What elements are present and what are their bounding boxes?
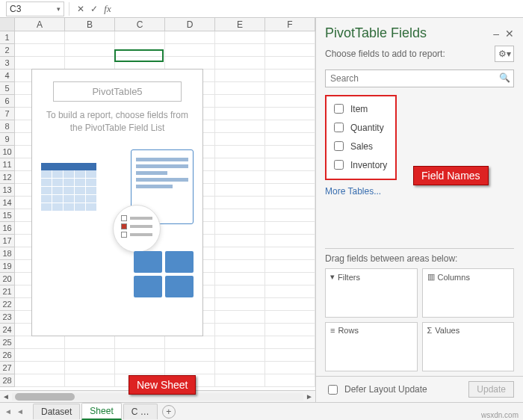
cell[interactable] (265, 298, 315, 311)
row-header[interactable]: 14 (0, 197, 15, 209)
cell[interactable] (65, 336, 115, 349)
cell[interactable] (265, 108, 315, 120)
cell[interactable] (215, 209, 265, 222)
row-header[interactable]: 17 (0, 235, 15, 247)
cell[interactable] (265, 247, 315, 260)
cell[interactable] (65, 57, 115, 70)
row-header[interactable]: 16 (0, 222, 15, 235)
row-header[interactable]: 1 (0, 31, 15, 44)
cell[interactable] (165, 362, 215, 374)
cell[interactable] (265, 362, 315, 374)
defer-layout-checkbox[interactable]: Defer Layout Update (325, 383, 427, 397)
cell[interactable] (65, 44, 115, 57)
name-box[interactable]: C3 ▾ (6, 1, 64, 16)
cell[interactable] (265, 311, 315, 324)
row-header[interactable]: 10 (0, 146, 15, 158)
row-header[interactable]: 20 (0, 273, 15, 285)
cell[interactable] (65, 374, 115, 387)
confirm-formula-button[interactable]: ✓ (87, 2, 101, 16)
row-header[interactable]: 15 (0, 209, 15, 222)
values-area[interactable]: ΣValues (422, 322, 515, 371)
cell[interactable] (215, 120, 265, 133)
row-header[interactable]: 24 (0, 324, 15, 336)
rows-area[interactable]: ≡Rows (325, 322, 418, 371)
cell[interactable] (215, 336, 265, 349)
filters-area[interactable]: ▾Filters (325, 268, 418, 318)
cell[interactable] (115, 362, 165, 374)
panel-minimize-icon[interactable]: – (493, 28, 499, 40)
row-header[interactable]: 28 (0, 374, 15, 387)
cell[interactable] (215, 222, 265, 235)
cell[interactable] (215, 374, 265, 387)
cell[interactable] (265, 235, 315, 247)
cell[interactable] (265, 44, 315, 57)
spreadsheet-grid[interactable]: A B C D E F 1234567891011121314151617181… (0, 18, 315, 390)
cell[interactable] (215, 184, 265, 197)
cell[interactable] (115, 44, 165, 57)
cell[interactable] (265, 285, 315, 298)
row-header[interactable]: 3 (0, 57, 15, 70)
cell[interactable] (15, 362, 65, 374)
cell[interactable] (215, 285, 265, 298)
cell[interactable] (215, 273, 265, 285)
cell[interactable] (215, 146, 265, 158)
gear-icon[interactable]: ⚙ ▾ (495, 46, 514, 62)
cell[interactable] (265, 146, 315, 158)
cancel-formula-button[interactable]: ✕ (74, 2, 87, 16)
cell[interactable] (265, 209, 315, 222)
col-header[interactable]: A (15, 18, 65, 31)
fx-button[interactable]: fx (101, 2, 114, 16)
cell[interactable] (215, 133, 265, 146)
cell[interactable] (215, 171, 265, 184)
field-checkbox[interactable] (334, 141, 344, 151)
col-header[interactable]: B (65, 18, 115, 31)
cell[interactable] (215, 298, 265, 311)
row-header[interactable]: 5 (0, 82, 15, 95)
cell[interactable] (215, 349, 265, 362)
cell[interactable] (215, 311, 265, 324)
cell[interactable] (265, 133, 315, 146)
row-header[interactable]: 11 (0, 158, 15, 171)
tab-nav-first[interactable]: ◄ (3, 407, 13, 416)
sheet-tab-dataset[interactable]: Dataset (33, 404, 80, 419)
cell[interactable] (265, 336, 315, 349)
cell[interactable] (65, 349, 115, 362)
row-header[interactable]: 22 (0, 298, 15, 311)
row-header[interactable]: 9 (0, 133, 15, 146)
row-header[interactable]: 4 (0, 70, 15, 82)
formula-input[interactable] (114, 1, 523, 16)
cell[interactable] (215, 31, 265, 44)
field-item[interactable]: Quantity (331, 118, 391, 137)
panel-close-icon[interactable]: ✕ (505, 28, 514, 40)
cell[interactable] (215, 247, 265, 260)
scroll-right-icon[interactable]: ► (303, 392, 315, 401)
row-header[interactable]: 19 (0, 260, 15, 273)
cell[interactable] (265, 324, 315, 336)
cell[interactable] (215, 95, 265, 108)
row-header[interactable]: 25 (0, 336, 15, 349)
select-all-corner[interactable] (0, 18, 15, 31)
row-header[interactable]: 12 (0, 171, 15, 184)
row-header[interactable]: 18 (0, 247, 15, 260)
cell[interactable] (15, 44, 65, 57)
tab-nav-prev[interactable]: ◄ (15, 407, 25, 416)
cell[interactable] (15, 349, 65, 362)
more-tables-link[interactable]: More Tables... (325, 186, 514, 197)
scroll-left-icon[interactable]: ◄ (0, 392, 12, 401)
cell[interactable] (265, 158, 315, 171)
sheet-tab-sheet[interactable]: Sheet (81, 403, 121, 420)
fields-search-input[interactable] (325, 70, 514, 87)
cell[interactable] (215, 235, 265, 247)
row-header[interactable]: 13 (0, 184, 15, 197)
col-header[interactable]: E (215, 18, 265, 31)
cell[interactable] (265, 197, 315, 209)
cell[interactable] (115, 336, 165, 349)
field-checkbox[interactable] (334, 123, 344, 132)
cell[interactable] (165, 349, 215, 362)
row-header[interactable]: 2 (0, 44, 15, 57)
cell[interactable] (265, 31, 315, 44)
add-sheet-button[interactable]: + (162, 405, 176, 419)
columns-area[interactable]: ▥Columns (422, 268, 515, 318)
field-item[interactable]: Inventory (331, 155, 391, 174)
row-header[interactable]: 23 (0, 311, 15, 324)
